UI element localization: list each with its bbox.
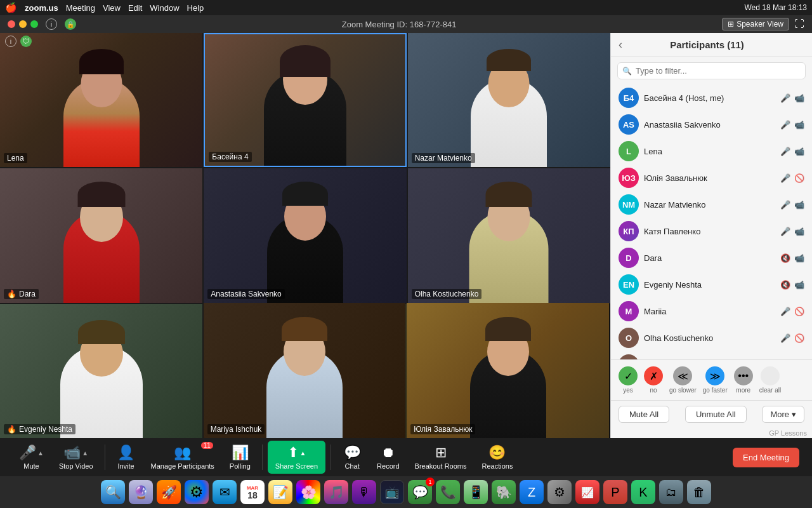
invite-icon: 👤 bbox=[117, 444, 134, 461]
speaker-view-button[interactable]: ⊞ Speaker View bbox=[722, 18, 789, 30]
chat-icon: 💬 bbox=[344, 444, 361, 461]
menubar-meeting[interactable]: Meeting bbox=[66, 3, 95, 13]
reaction-label-go_slower: go slower bbox=[669, 387, 697, 394]
participant-list: Б4Басейна 4 (Host, me)🎤📹ASAnastasiia Sak… bbox=[611, 84, 812, 359]
fullscreen-button[interactable] bbox=[30, 20, 38, 28]
dock-evernote[interactable]: 🐘 bbox=[492, 480, 516, 504]
mic-icon-anastasiia: 🎤 bbox=[780, 120, 790, 130]
menubar-edit[interactable]: Edit bbox=[128, 3, 142, 13]
menubar-app-name[interactable]: zoom.us bbox=[25, 3, 58, 13]
reaction-clear_all[interactable]: clear all bbox=[759, 366, 781, 394]
dock-system-prefs[interactable]: ⚙ bbox=[547, 480, 572, 504]
reaction-go_faster[interactable]: ≫go faster bbox=[703, 366, 728, 394]
dock-podcast[interactable]: 🎙 bbox=[352, 480, 376, 504]
share-chevron-icon: ▲ bbox=[300, 450, 306, 457]
toolbar-video-row: 📹 ▲ bbox=[63, 444, 88, 461]
toolbar-mute-row: 🎤 ▲ bbox=[19, 444, 44, 461]
participant-item-yuliia: ЮЗЮлія Завальнюк🎤🚫 bbox=[611, 164, 812, 191]
menubar-view[interactable]: View bbox=[103, 3, 121, 13]
reactions-bar: ✓yes✗no≪go slower≫go faster•••moreclear … bbox=[611, 359, 812, 401]
toolbar-mute[interactable]: 🎤 ▲ Mute bbox=[13, 442, 50, 472]
reaction-icon-go_faster: ≫ bbox=[705, 366, 724, 385]
unmute-all-button[interactable]: Unmute All bbox=[685, 406, 747, 423]
security-icon[interactable]: 🛡 bbox=[20, 36, 32, 47]
dock-music[interactable]: 🎵 bbox=[324, 480, 348, 504]
reaction-yes[interactable]: ✓yes bbox=[619, 366, 638, 394]
participant-name-anastasiia: Anastasiia Sakvenko bbox=[644, 120, 775, 130]
main-layout: i 🛡 Lena bbox=[0, 33, 812, 438]
menubar-left: 🍎 zoom.us Meeting View Edit Window Help bbox=[5, 2, 204, 13]
bottom-col2: Mariya Ishchuk bbox=[204, 303, 406, 438]
dock-android-transfer[interactable]: 📱 bbox=[464, 480, 488, 504]
toolbar-sep-2 bbox=[262, 444, 263, 470]
video-feed-olha bbox=[408, 168, 610, 302]
participants-badge: 11 bbox=[201, 442, 213, 449]
close-button[interactable] bbox=[8, 20, 15, 28]
video-feed-anastasiia bbox=[204, 168, 406, 302]
fullscreen-icon[interactable]: ⛶ bbox=[794, 18, 804, 30]
mute-label: Mute bbox=[23, 462, 39, 470]
end-meeting-button[interactable]: End Meeting bbox=[733, 448, 799, 467]
dock-trash[interactable]: 🗑 bbox=[687, 480, 711, 504]
dock-photos[interactable]: 🌸 bbox=[296, 480, 320, 504]
dock-zoom[interactable]: Z bbox=[520, 480, 544, 504]
search-box: 🔍 bbox=[617, 62, 806, 79]
reactions-icon: 😊 bbox=[488, 444, 506, 461]
reaction-label-go_faster: go faster bbox=[703, 387, 728, 394]
toolbar-chat[interactable]: 💬 Chat bbox=[336, 442, 368, 472]
dock-powerpoint[interactable]: P bbox=[603, 480, 627, 504]
dock-calendar[interactable]: MAR 18 bbox=[240, 480, 265, 504]
polling-label: Polling bbox=[230, 462, 251, 470]
dock-notes[interactable]: 📝 bbox=[268, 480, 292, 504]
dock-siri[interactable]: 🔮 bbox=[129, 480, 153, 504]
meeting-info-icon[interactable]: i bbox=[5, 36, 16, 47]
meeting-id: Zoom Meeting ID: 168-772-841 bbox=[342, 20, 457, 29]
reaction-icon-yes: ✓ bbox=[619, 366, 638, 385]
toolbar-participants[interactable]: 👥 11 Manage Participants bbox=[145, 442, 221, 472]
reaction-more[interactable]: •••more bbox=[734, 366, 753, 394]
minimize-button[interactable] bbox=[19, 20, 27, 28]
video-chevron-icon: ▲ bbox=[82, 450, 88, 457]
messages-badge: 1 bbox=[426, 478, 435, 486]
toolbar-invite[interactable]: 👤 Invite bbox=[110, 442, 142, 472]
name-lena: Lena bbox=[4, 153, 27, 163]
dock-tv[interactable]: 📺 bbox=[380, 480, 404, 504]
reaction-icon-clear_all bbox=[761, 366, 780, 385]
dock-activity-monitor[interactable]: 📈 bbox=[575, 480, 599, 504]
dock-facetime[interactable]: 📞 bbox=[436, 480, 460, 504]
toolbar-record[interactable]: ⏺ Record bbox=[370, 442, 405, 472]
panel-collapse-button[interactable]: ‹ bbox=[619, 38, 622, 51]
more-options-dropdown[interactable]: More ▾ bbox=[762, 406, 804, 423]
invite-label: Invite bbox=[117, 462, 134, 470]
mic-icon-olha: 🎤 bbox=[780, 333, 790, 343]
dock-mail[interactable]: ✉ bbox=[213, 480, 237, 504]
dock-keynote[interactable]: K bbox=[631, 480, 655, 504]
participant-avatar-yuliia: ЮЗ bbox=[619, 168, 639, 188]
mute-all-button[interactable]: Mute All bbox=[619, 406, 669, 423]
info-icon[interactable]: i bbox=[46, 18, 57, 30]
share-screen-label: Share Screen bbox=[275, 462, 318, 470]
reaction-go_slower[interactable]: ≪go slower bbox=[669, 366, 697, 394]
participant-avatar-mariia: M bbox=[619, 301, 639, 321]
toolbar-polling[interactable]: 📊 Polling bbox=[223, 442, 257, 472]
mic-icon-mariia: 🎤 bbox=[780, 307, 790, 316]
toolbar-breakout[interactable]: ⊞ Breakout Rooms bbox=[409, 442, 473, 472]
reaction-no[interactable]: ✗no bbox=[644, 366, 663, 394]
participant-icons-yuliia: 🎤🚫 bbox=[780, 173, 804, 183]
menubar-window[interactable]: Window bbox=[150, 3, 179, 13]
toolbar-reactions[interactable]: 😊 Reactions bbox=[476, 442, 520, 472]
dock-misc[interactable]: 🗂 bbox=[659, 480, 683, 504]
dock-finder[interactable]: 🔍 bbox=[101, 480, 125, 504]
toolbar-stop-video[interactable]: 📹 ▲ Stop Video bbox=[53, 442, 100, 472]
toolbar-share-screen[interactable]: ⬆ ▲ Share Screen bbox=[268, 441, 325, 474]
video-icon: 📹 bbox=[63, 444, 81, 461]
menubar-help[interactable]: Help bbox=[187, 3, 204, 13]
dock-chrome[interactable]: ⚙ bbox=[185, 480, 209, 504]
participant-icons-katya: 🎤📹 bbox=[780, 227, 804, 236]
participant-avatar-olha: O bbox=[619, 328, 639, 348]
participant-avatar-anastasiia: AS bbox=[619, 114, 639, 135]
apple-menu[interactable]: 🍎 bbox=[5, 2, 17, 13]
participants-search-input[interactable] bbox=[617, 62, 806, 79]
dock-launchpad[interactable]: 🚀 bbox=[157, 480, 181, 504]
participant-name-katya: Катя Павленко bbox=[644, 227, 775, 236]
